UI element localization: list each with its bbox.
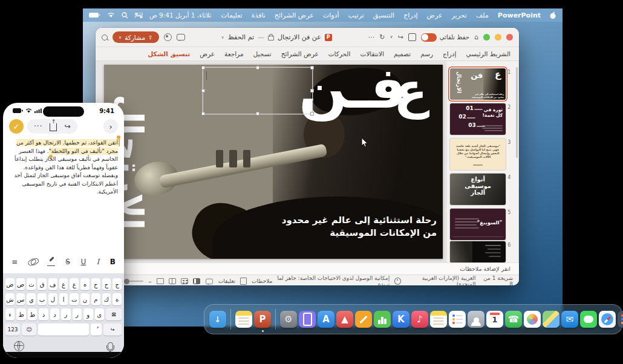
dock-reminders[interactable] — [449, 311, 466, 328]
resize-handle-e[interactable] — [310, 89, 314, 93]
key-س[interactable]: س — [16, 293, 25, 305]
dock-photos[interactable] — [524, 311, 541, 328]
thumbnail-slide-4[interactable]: أنواع موسيقى الجاز — [450, 174, 506, 205]
search-icon[interactable] — [102, 34, 108, 41]
dock-safari[interactable] — [599, 311, 616, 328]
italic-button[interactable]: I — [97, 258, 100, 266]
tab-slideshow[interactable]: عرض الشرائح — [281, 50, 319, 57]
key-ض[interactable]: ض — [5, 278, 15, 290]
menu-view[interactable]: عرض — [427, 11, 443, 19]
zoom-window-button[interactable] — [483, 34, 490, 41]
dock-app-store[interactable]: A — [318, 311, 334, 328]
thumbnail-slide-5[interactable]: "السوينغ" — [450, 209, 506, 240]
tab-animations[interactable]: الحركات — [328, 50, 351, 57]
minimize-window-button[interactable] — [495, 34, 501, 41]
menu-file[interactable]: ملف — [476, 11, 489, 19]
key-ة[interactable]: ة — [113, 293, 122, 305]
autosave-toggle[interactable] — [421, 33, 437, 42]
key-ح[interactable]: ح — [102, 278, 111, 290]
home-icon[interactable]: ⌂ — [474, 34, 478, 41]
dock-pencil-app[interactable] — [355, 311, 372, 328]
selection-handle-start-bar[interactable] — [119, 138, 120, 146]
tab-transitions[interactable]: الانتقالات — [360, 50, 384, 57]
menu-edit[interactable]: تحرير — [452, 11, 467, 19]
key-ء[interactable]: ء — [5, 308, 15, 320]
dock-contacts[interactable] — [468, 311, 484, 328]
list-format-icon[interactable]: ≡ — [11, 258, 18, 266]
forward-chevron-button[interactable]: › — [103, 119, 118, 134]
comment-icon[interactable] — [177, 34, 185, 41]
resize-handle-nw[interactable] — [201, 66, 205, 70]
key-ز[interactable]: ز — [61, 308, 70, 320]
key-ف[interactable]: ف — [48, 278, 57, 290]
key-ش[interactable]: ش — [5, 293, 15, 305]
dock-system-settings[interactable]: ⚙ — [280, 311, 297, 328]
key-ت[interactable]: ت — [70, 293, 79, 305]
redo-icon[interactable]: ↪ — [64, 122, 70, 131]
save-icon[interactable] — [408, 33, 416, 41]
key-خ[interactable]: خ — [91, 278, 100, 290]
selection-handle-end[interactable] — [49, 155, 53, 158]
thumbnail-slide-1[interactable]: ع فن الارتجال رحلة استثنائية إلى عالم غي… — [450, 68, 506, 100]
tab-view[interactable]: عرض — [200, 50, 215, 57]
highlight-pen-icon[interactable] — [47, 258, 55, 266]
dock-iphone-mirroring[interactable] — [299, 311, 316, 328]
done-check-button[interactable]: ✓ — [9, 119, 24, 134]
key-ل[interactable]: ل — [48, 293, 57, 305]
menu-powerpoint[interactable]: PowerPoint — [498, 11, 541, 19]
thumbnail-scrollbar[interactable] — [516, 67, 518, 158]
dock-rocket-app[interactable]: ▲ — [336, 311, 353, 328]
share-icon[interactable] — [50, 123, 57, 131]
resize-handle-sw[interactable] — [201, 112, 205, 115]
normal-view-icon[interactable] — [193, 278, 200, 284]
backspace-key[interactable]: ⊠ — [106, 308, 122, 320]
key-ص[interactable]: ص — [16, 278, 25, 290]
dock-messages[interactable] — [580, 311, 597, 328]
reading-view-icon[interactable] — [169, 278, 176, 284]
slide-canvas[interactable]: ع فـن الارتجال رحلة استثنائية إلى عالم غ… — [104, 65, 443, 259]
share-button[interactable]: ⇪ مشاركة ∨ — [113, 31, 159, 43]
key-ق[interactable]: ق — [38, 278, 47, 290]
dock-maps[interactable] — [543, 311, 559, 328]
diacritic-key[interactable]: ُ — [91, 323, 102, 336]
note-text[interactable]: أتقن القواعد، ثم حطمها. الارتجال هو أكثر… — [9, 139, 118, 197]
key-ع[interactable]: ع — [70, 278, 79, 290]
document-title[interactable]: عن فن الارتجال — [278, 33, 321, 41]
menu-format[interactable]: التنسيق — [373, 11, 394, 19]
close-window-button[interactable] — [506, 34, 513, 41]
key-ذ[interactable]: ذ — [39, 308, 48, 320]
dictation-mic-icon[interactable] — [108, 342, 113, 350]
dock-keynote[interactable]: K — [393, 311, 409, 328]
key-ن[interactable]: ن — [80, 293, 90, 305]
globe-key-icon[interactable] — [14, 341, 24, 351]
thumbnail-slide-3[interactable]: "موسيقى الجاز أشبه بلغة خاصة، فهي تتيح ل… — [450, 138, 506, 170]
saved-state[interactable]: تم الحفظ — [228, 33, 254, 41]
dock-calendar[interactable]: 1 — [486, 311, 503, 328]
comments-icon[interactable] — [206, 278, 213, 284]
tab-review[interactable]: مراجعة — [224, 50, 244, 57]
dock-downloads-folder[interactable]: ↓ — [209, 311, 226, 328]
resize-handle-w[interactable] — [201, 89, 205, 93]
key-د[interactable]: د — [50, 308, 59, 320]
dock-powerpoint[interactable]: P — [254, 311, 271, 328]
dock-mail[interactable]: ✉ — [561, 311, 578, 328]
menu-tools[interactable]: أدوات — [323, 11, 339, 19]
slide-title-letters-fan[interactable]: فـن — [299, 65, 406, 117]
comments-button[interactable]: تعليقات — [218, 278, 235, 284]
tab-record[interactable]: تسجيل — [253, 50, 272, 57]
dock-notes[interactable] — [430, 311, 447, 328]
menu-insert[interactable]: إدراج — [403, 11, 417, 19]
key-ط[interactable]: ط — [28, 308, 37, 320]
key-ك[interactable]: ك — [102, 293, 111, 305]
dock-launchpad[interactable] — [618, 311, 623, 328]
emoji-key[interactable]: ☺ — [22, 323, 36, 336]
zoom-slider-knob[interactable] — [124, 279, 129, 284]
chevron-down-icon[interactable]: ∨ — [390, 35, 393, 39]
tab-home[interactable]: الشريط الرئيسي — [466, 50, 510, 57]
key-ر[interactable]: ر — [73, 308, 82, 320]
apple-logo-icon[interactable] — [549, 11, 556, 19]
redo-icon[interactable]: ↪ — [398, 34, 403, 41]
link-icon[interactable] — [27, 257, 38, 266]
wifi-icon[interactable] — [107, 12, 115, 18]
key-ا[interactable]: ا — [59, 293, 68, 305]
